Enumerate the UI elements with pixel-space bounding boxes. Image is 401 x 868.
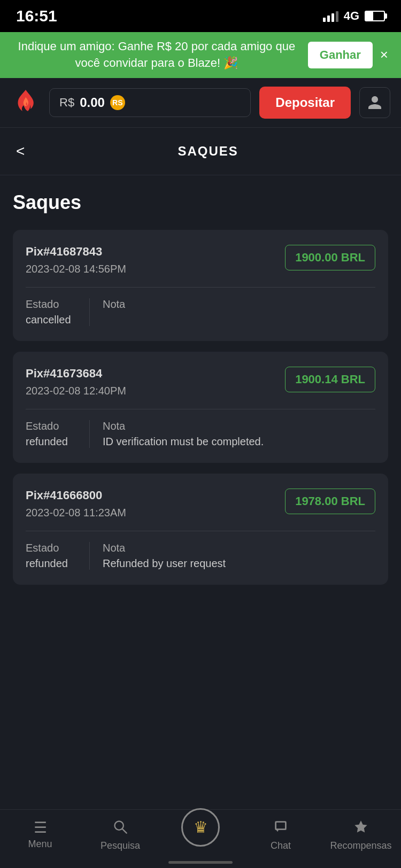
pix-id: Pix#41673684 (26, 367, 126, 381)
balance-amount: 0.00 (80, 95, 105, 110)
card-note: Nota ID verification must be completed. (103, 420, 264, 448)
nav-label-chat: Chat (271, 840, 291, 851)
main-content: Saques Pix#41687843 2023-02-08 14:56PM 1… (0, 175, 401, 660)
amount-badge: 1900.14 BRL (285, 367, 375, 392)
card-date: 2023-02-08 12:40PM (26, 385, 126, 397)
app-header: R$ 0.00 RS Depositar (0, 78, 401, 128)
back-button[interactable]: < (16, 141, 31, 162)
withdrawal-card: Pix#41666800 2023-02-08 11:23AM 1978.00 … (13, 474, 388, 585)
profile-icon (367, 95, 383, 111)
app-logo (11, 88, 41, 118)
card-status: Estado refunded (26, 420, 90, 448)
nav-item-search[interactable]: Pesquisa (80, 819, 160, 851)
card-date: 2023-02-08 11:23AM (26, 507, 126, 519)
card-top: Pix#41666800 2023-02-08 11:23AM 1978.00 … (26, 489, 375, 519)
menu-icon: ☰ (34, 820, 47, 835)
note-value: ID verification must be completed. (103, 436, 264, 448)
card-info: Pix#41673684 2023-02-08 12:40PM (26, 367, 126, 397)
nav-item-rewards[interactable]: Recompensas (321, 819, 401, 851)
card-bottom: Estado cancelled Nota (26, 298, 375, 326)
balance-currency: R$ (59, 96, 74, 110)
card-note: Nota Refunded by user request (103, 542, 226, 570)
profile-button[interactable] (359, 87, 390, 118)
amount-badge: 1978.00 BRL (285, 489, 375, 514)
card-date: 2023-02-08 14:56PM (26, 263, 126, 275)
status-value: cancelled (26, 314, 76, 326)
card-status: Estado cancelled (26, 298, 90, 326)
nav-item-chat[interactable]: Chat (241, 819, 321, 851)
status-label: Estado (26, 298, 76, 311)
section-title: Saques (13, 191, 388, 214)
note-label: Nota (103, 420, 264, 432)
svg-rect-2 (276, 821, 286, 829)
nav-label-rewards: Recompensas (330, 840, 391, 851)
withdrawal-list: Pix#41687843 2023-02-08 14:56PM 1900.00 … (13, 230, 388, 585)
status-label: Estado (26, 420, 76, 432)
signal-bars-icon (323, 10, 338, 22)
pix-id: Pix#41687843 (26, 245, 126, 259)
card-info: Pix#41666800 2023-02-08 11:23AM (26, 489, 126, 519)
note-label: Nota (103, 298, 125, 311)
card-bottom: Estado refunded Nota Refunded by user re… (26, 542, 375, 570)
card-divider (26, 287, 375, 288)
card-status: Estado refunded (26, 542, 90, 570)
card-bottom: Estado refunded Nota ID verification mus… (26, 420, 375, 448)
promo-text: Indique um amigo: Ganhe R$ 20 por cada a… (11, 38, 303, 72)
balance-box: R$ 0.00 RS (49, 88, 251, 117)
home-indicator (168, 861, 233, 864)
page-header: < SAQUES (0, 128, 401, 175)
promo-ganhar-button[interactable]: Ganhar (308, 42, 373, 68)
card-top: Pix#41687843 2023-02-08 14:56PM 1900.00 … (26, 245, 375, 275)
withdrawal-card: Pix#41673684 2023-02-08 12:40PM 1900.14 … (13, 352, 388, 463)
card-info: Pix#41687843 2023-02-08 14:56PM (26, 245, 126, 275)
nav-item-menu[interactable]: ☰ Menu (0, 820, 80, 850)
promo-banner: Indique um amigo: Ganhe R$ 20 por cada a… (0, 32, 401, 78)
card-top: Pix#41673684 2023-02-08 12:40PM 1900.14 … (26, 367, 375, 397)
chat-icon (273, 819, 288, 837)
nav-item-home[interactable]: ♛ (160, 824, 241, 847)
note-value: Refunded by user request (103, 557, 226, 570)
nav-label-menu: Menu (28, 839, 52, 850)
bottom-nav: ☰ Menu Pesquisa ♛ Chat Recompensas (0, 809, 401, 868)
card-divider (26, 409, 375, 409)
withdrawal-card: Pix#41687843 2023-02-08 14:56PM 1900.00 … (13, 230, 388, 341)
card-note: Nota (103, 298, 125, 326)
network-indicator: 4G (344, 9, 359, 23)
rs-badge: RS (110, 95, 125, 110)
status-icons: 4G (323, 9, 385, 23)
nav-label-search: Pesquisa (101, 840, 140, 851)
deposit-button[interactable]: Depositar (259, 87, 351, 119)
status-value: refunded (26, 436, 76, 448)
crown-icon: ♛ (194, 818, 208, 836)
battery-icon (365, 11, 385, 21)
status-time: 16:51 (16, 7, 57, 25)
crown-wrapper: ♛ (181, 808, 220, 847)
page-title: SAQUES (31, 144, 385, 159)
status-value: refunded (26, 557, 76, 570)
pix-id: Pix#41666800 (26, 489, 126, 502)
svg-line-1 (122, 829, 127, 833)
status-bar: 16:51 4G (0, 0, 401, 32)
search-icon (113, 819, 128, 837)
amount-badge: 1900.00 BRL (285, 245, 375, 270)
card-divider (26, 531, 375, 531)
note-label: Nota (103, 542, 226, 554)
rewards-icon (353, 819, 368, 837)
promo-close-button[interactable]: × (378, 44, 390, 65)
status-label: Estado (26, 542, 76, 554)
